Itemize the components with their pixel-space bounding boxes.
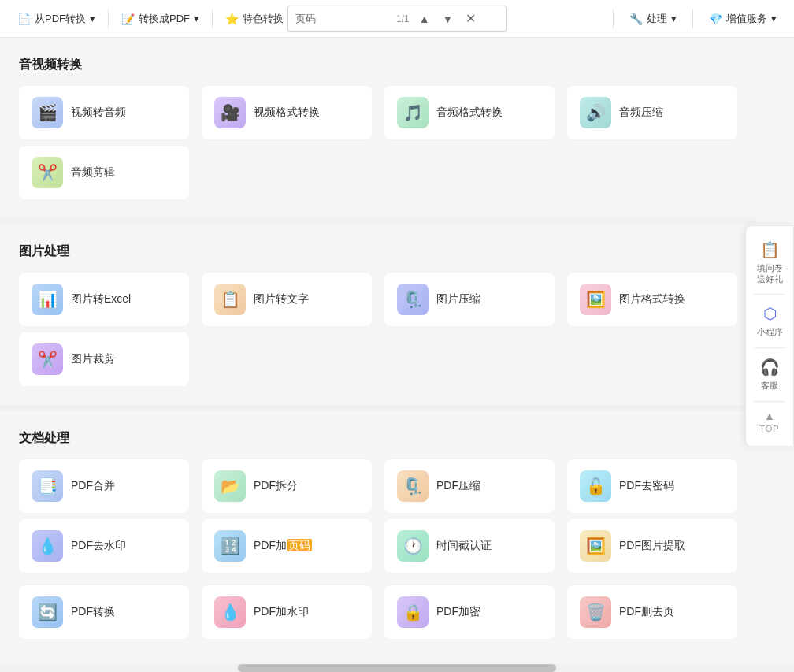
from-pdf-icon: 📄 xyxy=(17,13,31,25)
audio-video-grid: 🎬 视频转音频 🎥 视频格式转换 🎵 音频格式转换 🔊 音频压缩 xyxy=(19,86,737,139)
value-added-arrow: ▾ xyxy=(771,13,777,24)
feature-pdf-encrypt[interactable]: 🔒 PDF加密 xyxy=(384,585,555,639)
pdf-add-page-label: PDF加页码 xyxy=(254,539,312,553)
pdf-encrypt-label: PDF加密 xyxy=(436,605,480,619)
feature-time-stamp[interactable]: 🕐 时间截认证 xyxy=(384,519,555,573)
pdf-merge-label: PDF合并 xyxy=(71,479,115,493)
pdf-compress-label: PDF压缩 xyxy=(436,479,480,493)
audio-compress-label: 音频压缩 xyxy=(619,106,663,120)
feature-pdf-merge[interactable]: 📑 PDF合并 xyxy=(19,459,189,513)
image-grid-row1: 📊 图片转Excel 📋 图片转文字 🗜️ 图片压缩 🖼️ 图片格式转换 xyxy=(19,273,737,326)
feature-video-format[interactable]: 🎥 视频格式转换 xyxy=(202,86,372,139)
customer-service-label: 客服 xyxy=(761,380,778,392)
mini-program-item[interactable]: ⬡ 小程序 xyxy=(746,296,793,346)
toolbar-process-label: 处理 xyxy=(647,12,667,26)
feature-audio-format[interactable]: 🎵 音频格式转换 xyxy=(384,86,555,139)
feature-img-to-text[interactable]: 📋 图片转文字 xyxy=(202,273,372,326)
process-arrow: ▾ xyxy=(671,13,677,24)
search-prev-button[interactable]: ▲ xyxy=(416,11,433,27)
feature-img-to-excel[interactable]: 📊 图片转Excel xyxy=(19,273,189,326)
pdf-merge-icon: 📑 xyxy=(32,470,63,502)
feature-pdf-watermark-remove[interactable]: 💧 PDF去水印 xyxy=(19,519,189,573)
to-pdf-arrow: ▾ xyxy=(194,13,199,24)
search-input[interactable] xyxy=(295,13,390,24)
top-label: TOP xyxy=(759,424,779,433)
pdf-encrypt-icon: 🔒 xyxy=(397,596,429,628)
special-icon: ⭐ xyxy=(225,13,239,25)
audio-edit-icon: ✂️ xyxy=(32,157,63,188)
img-to-text-icon: 📋 xyxy=(214,284,246,315)
feature-pdf-split[interactable]: 📂 PDF拆分 xyxy=(202,459,372,513)
img-to-excel-label: 图片转Excel xyxy=(71,292,131,306)
pdf-watermark-remove-label: PDF去水印 xyxy=(71,539,126,553)
separator-3 xyxy=(613,9,614,28)
pdf-print-label: PDF加水印 xyxy=(254,605,309,619)
from-pdf-arrow: ▾ xyxy=(90,13,95,24)
pdf-print-icon: 💧 xyxy=(214,596,246,628)
sidebar-divider-3 xyxy=(754,401,785,402)
questionnaire-icon: 📋 xyxy=(760,240,780,259)
feature-img-compress[interactable]: 🗜️ 图片压缩 xyxy=(384,273,555,326)
feature-pdf-delete-page[interactable]: 🗑️ PDF删去页 xyxy=(567,585,737,639)
img-crop-label: 图片裁剪 xyxy=(71,352,115,366)
feature-video-to-audio[interactable]: 🎬 视频转音频 xyxy=(19,86,189,139)
divider-2 xyxy=(0,405,756,411)
questionnaire-label: 填问卷送好礼 xyxy=(757,262,783,285)
toolbar-from-pdf-label: 从PDF转换 xyxy=(35,12,86,26)
value-added-icon: 💎 xyxy=(709,13,722,25)
pdf-unlock-icon: 🔓 xyxy=(580,470,611,502)
feature-audio-compress[interactable]: 🔊 音频压缩 xyxy=(567,86,737,139)
img-crop-icon: ✂️ xyxy=(32,343,63,375)
time-stamp-label: 时间截认证 xyxy=(436,539,492,553)
toolbar-value-added[interactable]: 💎 增值服务 ▾ xyxy=(699,7,786,31)
section-title-audio-video: 音视频转换 xyxy=(19,38,737,86)
feature-img-crop[interactable]: ✂️ 图片裁剪 xyxy=(19,332,189,386)
section-title-doc: 文档处理 xyxy=(19,411,737,459)
audio-format-label: 音频格式转换 xyxy=(436,106,503,120)
doc-grid-row2: 💧 PDF去水印 🔢 PDF加页码 🕐 时间截认证 🖼️ PDF图片提取 xyxy=(19,519,737,573)
mini-program-icon: ⬡ xyxy=(763,304,777,323)
mini-program-label: 小程序 xyxy=(757,326,783,338)
questionnaire-item[interactable]: 📋 填问卷送好礼 xyxy=(746,232,793,293)
pdf-img-extract-icon: 🖼️ xyxy=(580,530,611,562)
search-bar: 1/1 ▲ ▼ ✕ xyxy=(287,6,507,32)
pdf-convert-label: PDF转换 xyxy=(71,605,115,619)
audio-format-icon: 🎵 xyxy=(397,97,429,128)
audio-edit-label: 音频剪辑 xyxy=(71,165,115,180)
pdf-split-label: PDF拆分 xyxy=(254,479,298,493)
audio-video-grid-row2: ✂️ 音频剪辑 xyxy=(19,146,737,199)
img-format-label: 图片格式转换 xyxy=(619,292,685,306)
feature-pdf-compress[interactable]: 🗜️ PDF压缩 xyxy=(384,459,555,513)
pdf-compress-icon: 🗜️ xyxy=(397,470,429,502)
doc-grid-row1: 📑 PDF合并 📂 PDF拆分 🗜️ PDF压缩 🔓 PDF去密码 xyxy=(19,459,737,513)
pdf-convert-icon: 🔄 xyxy=(32,596,63,628)
top-button[interactable]: ▲ TOP xyxy=(750,403,788,440)
feature-img-format[interactable]: 🖼️ 图片格式转换 xyxy=(567,273,737,326)
search-next-button[interactable]: ▼ xyxy=(440,11,457,27)
img-compress-icon: 🗜️ xyxy=(397,284,429,315)
feature-pdf-unlock[interactable]: 🔓 PDF去密码 xyxy=(567,459,737,513)
bottom-scrollbar[interactable] xyxy=(0,664,794,670)
separator-4 xyxy=(692,9,693,28)
sidebar-divider-1 xyxy=(754,294,785,295)
search-close-button[interactable]: ✕ xyxy=(462,9,479,28)
feature-audio-edit[interactable]: ✂️ 音频剪辑 xyxy=(19,146,189,199)
toolbar-to-pdf[interactable]: 📝 转换成PDF ▾ xyxy=(112,7,209,31)
feature-pdf-img-extract[interactable]: 🖼️ PDF图片提取 xyxy=(567,519,737,573)
feature-pdf-print[interactable]: 💧 PDF加水印 xyxy=(202,585,372,639)
toolbar-from-pdf[interactable]: 📄 从PDF转换 ▾ xyxy=(8,7,105,31)
scrollbar-thumb[interactable] xyxy=(238,664,555,670)
toolbar-process[interactable]: 🔧 处理 ▾ xyxy=(620,7,686,31)
feature-pdf-add-page[interactable]: 🔢 PDF加页码 xyxy=(202,519,372,573)
doc-grid-row3: 🔄 PDF转换 💧 PDF加水印 🔒 PDF加密 🗑️ PDF删去页 xyxy=(19,585,737,639)
separator-2 xyxy=(212,9,213,28)
feature-pdf-convert[interactable]: 🔄 PDF转换 xyxy=(19,585,189,639)
to-pdf-icon: 📝 xyxy=(121,13,135,25)
customer-service-item[interactable]: 🎧 客服 xyxy=(746,350,793,399)
separator-1 xyxy=(108,9,109,28)
toolbar-to-pdf-label: 转换成PDF xyxy=(139,12,190,26)
pdf-delete-page-icon: 🗑️ xyxy=(580,596,611,628)
img-format-icon: 🖼️ xyxy=(580,284,611,315)
pdf-add-page-icon: 🔢 xyxy=(214,530,246,562)
highlight-pagecode: 页码 xyxy=(287,539,312,551)
